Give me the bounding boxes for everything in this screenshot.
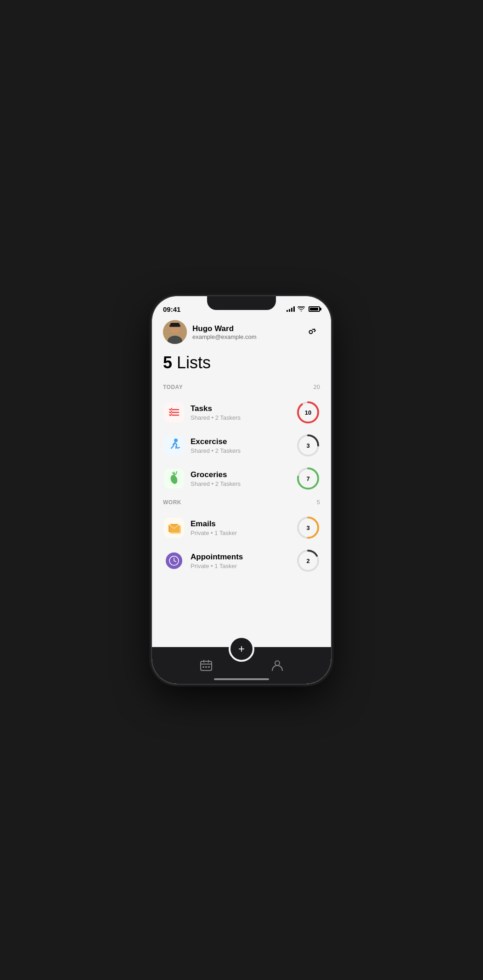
tasks-name: Tasks	[191, 404, 296, 413]
status-icons	[286, 306, 320, 312]
tasks-progress: 10	[296, 400, 320, 424]
appointments-taskers: 1 Tasker	[214, 563, 237, 569]
groceries-icon-container	[163, 467, 185, 490]
list-count: 5	[163, 353, 172, 372]
calendar-icon	[200, 659, 213, 672]
profile-left: Hugo Ward example@example.com	[163, 320, 257, 344]
svg-rect-36	[203, 660, 204, 663]
emails-count: 3	[306, 524, 309, 531]
appointments-count: 2	[306, 558, 309, 564]
groceries-privacy: Shared	[191, 480, 210, 487]
profile-name: Hugo Ward	[192, 324, 257, 333]
add-icon: +	[238, 643, 245, 654]
gear-icon	[305, 326, 317, 338]
list-item-appointments[interactable]: Appointments Private • 1 Tasker 2	[163, 544, 320, 577]
exercise-meta: Shared • 2 Taskers	[191, 447, 296, 454]
emails-progress: 3	[296, 516, 320, 540]
appointments-progress: 2	[296, 549, 320, 573]
appointments-name: Appointments	[191, 552, 296, 562]
tasks-meta-dot: •	[212, 414, 215, 421]
appointments-icon	[164, 551, 184, 571]
exercise-progress: 3	[296, 434, 320, 457]
groceries-count: 7	[306, 475, 309, 482]
tasks-meta: Shared • 2 Taskers	[191, 414, 296, 421]
appointments-meta: Private • 1 Tasker	[191, 563, 296, 569]
tasks-info: Tasks Shared • 2 Taskers	[191, 404, 296, 421]
add-button-inner: +	[231, 639, 252, 659]
person-icon	[271, 659, 284, 672]
section-work: WORK 5	[163, 499, 320, 577]
groceries-name: Groceries	[191, 470, 296, 479]
emails-icon	[164, 518, 184, 538]
wifi-icon	[298, 306, 305, 312]
svg-point-19	[174, 439, 178, 442]
tasks-privacy: Shared	[191, 414, 210, 421]
emails-icon-container	[163, 517, 185, 539]
section-work-count: 5	[317, 499, 320, 506]
section-today-header: TODAY 20	[163, 383, 320, 390]
profile-info: Hugo Ward example@example.com	[192, 324, 257, 340]
groceries-taskers: 2 Taskers	[215, 480, 241, 487]
emails-taskers: 1 Tasker	[214, 529, 237, 536]
appointments-privacy: Private	[191, 563, 209, 569]
nav-profile[interactable]	[271, 659, 284, 672]
nav-calendar[interactable]	[200, 659, 213, 672]
svg-rect-28	[170, 525, 181, 534]
section-today-label: TODAY	[163, 384, 183, 390]
list-item-tasks[interactable]: Tasks Shared • 2 Taskers 10	[163, 396, 320, 429]
section-today: TODAY 20	[163, 383, 320, 495]
bottom-navigation: +	[152, 647, 331, 684]
add-button[interactable]: +	[229, 636, 254, 662]
settings-button[interactable]	[302, 323, 320, 341]
battery-icon	[309, 306, 320, 312]
exercise-count: 3	[306, 442, 309, 449]
exercise-name: Excercise	[191, 437, 296, 446]
exercise-icon-container	[163, 434, 185, 456]
groceries-meta: Shared • 2 Taskers	[191, 480, 296, 487]
tasks-icon	[164, 402, 184, 422]
svg-rect-40	[208, 666, 210, 668]
svg-rect-38	[202, 666, 204, 668]
status-time: 09:41	[163, 305, 180, 313]
svg-rect-39	[205, 666, 207, 668]
notch	[207, 296, 276, 310]
home-indicator	[214, 678, 269, 680]
phone-frame: 09:41	[152, 296, 331, 684]
groceries-meta-dot: •	[212, 480, 215, 487]
list-item-exercise[interactable]: Excercise Shared • 2 Taskers 3	[163, 429, 320, 462]
appointments-icon-container	[163, 550, 185, 572]
main-content: Hugo Ward example@example.com 5 Lists	[152, 316, 331, 647]
avatar	[163, 320, 187, 344]
emails-privacy: Private	[191, 529, 209, 536]
exercise-taskers: 2 Taskers	[215, 447, 241, 454]
svg-rect-5	[170, 323, 180, 326]
exercise-icon	[164, 435, 184, 456]
profile-header: Hugo Ward example@example.com	[163, 320, 320, 344]
svg-point-41	[275, 661, 280, 665]
profile-email: example@example.com	[192, 333, 257, 340]
groceries-icon	[164, 468, 184, 489]
groceries-info: Groceries Shared • 2 Taskers	[191, 470, 296, 487]
screen: 09:41	[152, 296, 331, 684]
exercise-meta-dot: •	[212, 447, 215, 454]
page-title-label: Lists	[177, 353, 211, 372]
tasks-icon-container	[163, 401, 185, 423]
list-item-groceries[interactable]: Groceries Shared • 2 Taskers 7	[163, 462, 320, 495]
groceries-progress: 7	[296, 467, 320, 490]
section-work-header: WORK 5	[163, 499, 320, 506]
section-today-count: 20	[314, 383, 320, 390]
svg-rect-37	[208, 660, 209, 663]
exercise-privacy: Shared	[191, 447, 210, 454]
appointments-info: Appointments Private • 1 Tasker	[191, 552, 296, 569]
page-title: 5 Lists	[163, 353, 320, 372]
emails-name: Emails	[191, 519, 296, 529]
section-work-label: WORK	[163, 499, 181, 506]
exercise-info: Excercise Shared • 2 Taskers	[191, 437, 296, 454]
tasks-taskers: 2 Taskers	[215, 414, 241, 421]
emails-meta: Private • 1 Tasker	[191, 529, 296, 536]
emails-info: Emails Private • 1 Tasker	[191, 519, 296, 536]
svg-rect-35	[201, 661, 212, 670]
signal-icon	[286, 306, 295, 312]
list-item-emails[interactable]: Emails Private • 1 Tasker 3	[163, 511, 320, 544]
tasks-count: 10	[305, 409, 311, 416]
